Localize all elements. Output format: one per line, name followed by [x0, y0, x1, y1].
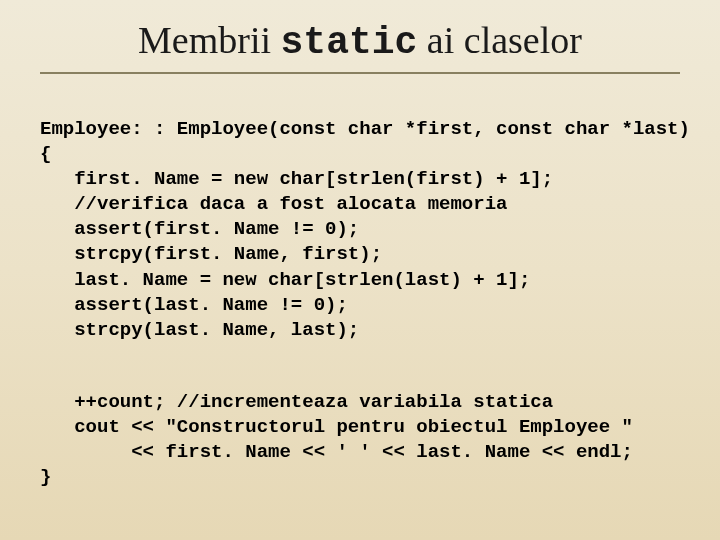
code-line: strcpy(first. Name, first);	[40, 243, 382, 265]
code-line: last. Name = new char[strlen(last) + 1];	[40, 269, 530, 291]
title-mono: static	[281, 21, 418, 64]
code-line: << first. Name << ' ' << last. Name << e…	[40, 441, 633, 463]
code-line: }	[40, 466, 51, 488]
slide-title: Membrii static ai claselor	[40, 18, 680, 64]
code-line: assert(last. Name != 0);	[40, 294, 348, 316]
code-line: Employee: : Employee(const char *first, …	[40, 118, 690, 140]
code-line: {	[40, 143, 51, 165]
slide-container: Membrii static ai claselor Employee: : E…	[0, 0, 720, 540]
code-block-2: ++count; //incrementeaza variabila stati…	[40, 365, 680, 490]
code-line: ++count; //incrementeaza variabila stati…	[40, 391, 553, 413]
code-line: //verifica daca a fost alocata memoria	[40, 193, 507, 215]
code-line: cout << "Constructorul pentru obiectul E…	[40, 416, 633, 438]
code-line: first. Name = new char[strlen(first) + 1…	[40, 168, 553, 190]
title-part2: ai claselor	[417, 19, 582, 61]
code-block-1: Employee: : Employee(const char *first, …	[40, 92, 680, 343]
code-line: assert(first. Name != 0);	[40, 218, 359, 240]
title-divider	[40, 72, 680, 74]
code-line: strcpy(last. Name, last);	[40, 319, 359, 341]
title-part1: Membrii	[138, 19, 280, 61]
